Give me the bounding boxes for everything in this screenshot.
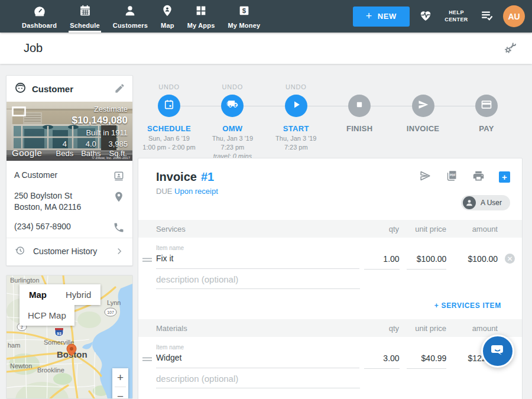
address-line1: 250 Boylston St [14, 191, 72, 200]
help-center-link[interactable]: HELP CENTER [442, 9, 471, 23]
person-icon [124, 4, 137, 22]
services-label: Services [138, 225, 364, 233]
step-date: Sun, Jan 6 '19 [148, 135, 190, 142]
customer-history-link[interactable]: Customer History [7, 238, 132, 264]
page-content: Customer [0, 64, 532, 399]
pdf-icon: PDF [446, 170, 458, 184]
customer-phone: (234) 567-8900 [14, 221, 71, 232]
service-qty-input[interactable] [364, 254, 400, 270]
credit-card-icon [481, 99, 492, 113]
remove-service-item-button[interactable]: ✕ [505, 254, 515, 264]
schedule-step-button[interactable] [158, 95, 180, 117]
zoom-out-button[interactable]: − [112, 387, 128, 399]
due-value-link[interactable]: Upon receipt [174, 187, 218, 196]
material-price-input[interactable] [407, 353, 447, 369]
timeline-step-start: UNDO START Thu, Jan 3 '19 7:23 pm [265, 75, 327, 160]
nav-item-customers[interactable]: Customers [106, 0, 154, 33]
undo-start-link[interactable]: UNDO [286, 83, 307, 91]
nav-item-dashboard[interactable]: Dashboard [15, 0, 63, 33]
nav-label: Schedule [70, 22, 100, 29]
item-name-label: Item name [156, 344, 359, 351]
invoice-number[interactable]: #1 [201, 170, 214, 184]
health-heart-button[interactable] [419, 8, 433, 24]
service-price-input[interactable] [407, 254, 447, 270]
undo-omw-link[interactable]: UNDO [222, 83, 244, 91]
nav-item-my-apps[interactable]: My Apps [181, 0, 222, 33]
chat-launcher-button[interactable] [481, 335, 514, 368]
hybrid-button[interactable]: Hybrid [56, 284, 100, 305]
send-icon [417, 99, 429, 113]
nav-label: Customers [113, 22, 148, 29]
material-description-input[interactable] [156, 374, 360, 388]
customer-phone-row[interactable]: (234) 567-8900 [7, 217, 132, 238]
svg-text:PDF: PDF [450, 174, 456, 177]
paper-plane-icon [419, 170, 432, 184]
timeline-step-invoice: INVOICE [392, 75, 455, 160]
step-label: SCHEDULE [147, 124, 191, 133]
service-name-input[interactable] [156, 254, 359, 269]
invoice-title: Invoice [156, 170, 197, 184]
map-label-brookline: Brookline [37, 366, 64, 374]
pay-step-button[interactable] [475, 95, 498, 117]
customer-info: A Customer 250 Boylston StBoston, MA 021… [7, 161, 132, 265]
finish-step-button[interactable] [348, 95, 371, 117]
map-card: Burlington Lynn Somerville ham Newton Br… [6, 275, 133, 399]
job-settings-button[interactable] [503, 41, 517, 56]
customer-card: Customer [6, 75, 133, 266]
customer-name-row[interactable]: A Customer [7, 166, 132, 186]
heart-pulse-icon [419, 8, 433, 24]
zestimate-label: Zestimate [56, 105, 128, 113]
nav-item-schedule[interactable]: Schedule [63, 0, 106, 33]
map-button[interactable]: Map [20, 284, 56, 305]
nav-item-my-money[interactable]: $ My Money [222, 0, 267, 33]
invoice-actions: PDF + [419, 170, 510, 184]
step-label: INVOICE [407, 124, 440, 133]
drag-handle[interactable] [138, 344, 156, 362]
nav-label: My Apps [187, 22, 215, 29]
zoom-in-button[interactable]: + [112, 368, 128, 387]
nav-actions: + NEW HELP CENTER AU [353, 0, 532, 33]
nav-item-map[interactable]: Map [154, 0, 181, 33]
job-timeline: UNDO SCHEDULE Sun, Jan 6 '19 1:00 pm - 2… [138, 75, 523, 158]
edit-customer-button[interactable] [114, 83, 125, 96]
map-label-lynn: Lynn [107, 299, 121, 306]
zestimate-block: Zestimate $10,149,080 Built in 1911 4Bed… [56, 105, 128, 159]
print-button[interactable] [472, 170, 485, 184]
calendar-icon [79, 4, 92, 22]
printer-icon [472, 170, 485, 184]
new-button[interactable]: + NEW [353, 7, 410, 27]
step-time: 7:23 pm [284, 144, 308, 151]
assigned-user-chip[interactable]: A User [461, 195, 510, 210]
invoice-header: Invoice #1 PDF + DUE Upon receipt A User [138, 158, 522, 220]
material-qty-input[interactable] [364, 353, 400, 369]
nav-label: My Money [228, 22, 261, 29]
svg-text:2: 2 [21, 325, 23, 329]
pencil-icon [114, 83, 125, 96]
pdf-button[interactable]: PDF [446, 170, 458, 184]
streetview-image[interactable]: Zestimate $10,149,080 Built in 1911 4Bed… [7, 102, 132, 161]
services-section-header: Services qty unit price amount [138, 220, 522, 238]
beds-value: 4 [56, 140, 74, 149]
add-invoice-item-button[interactable]: + [499, 171, 510, 183]
step-label: FINISH [346, 124, 372, 133]
item-name-label: Item name [156, 245, 359, 251]
drag-handle[interactable] [138, 245, 156, 262]
beds-label: Beds [56, 149, 74, 158]
streetview-frame-icon [12, 106, 26, 119]
omw-step-button[interactable] [221, 95, 244, 117]
service-amount: $100.00 [453, 245, 498, 264]
start-step-button[interactable] [285, 95, 307, 117]
hcp-map-button[interactable]: HCP Map [20, 305, 74, 326]
undo-schedule-link[interactable]: UNDO [158, 83, 180, 91]
qty-column-header: qty [364, 225, 399, 233]
add-services-item-link[interactable]: + SERVICES ITEM [434, 301, 501, 310]
svg-text:$: $ [242, 7, 246, 14]
customer-name: A Customer [14, 170, 57, 181]
invoice-step-button[interactable] [412, 95, 434, 117]
user-avatar[interactable]: AU [503, 5, 525, 27]
service-description-input[interactable] [156, 274, 360, 289]
task-list-button[interactable] [480, 8, 494, 24]
send-invoice-button[interactable] [419, 170, 432, 184]
customer-address-row[interactable]: 250 Boylston StBoston, MA 02116 [7, 186, 132, 217]
material-name-input[interactable] [156, 353, 359, 368]
